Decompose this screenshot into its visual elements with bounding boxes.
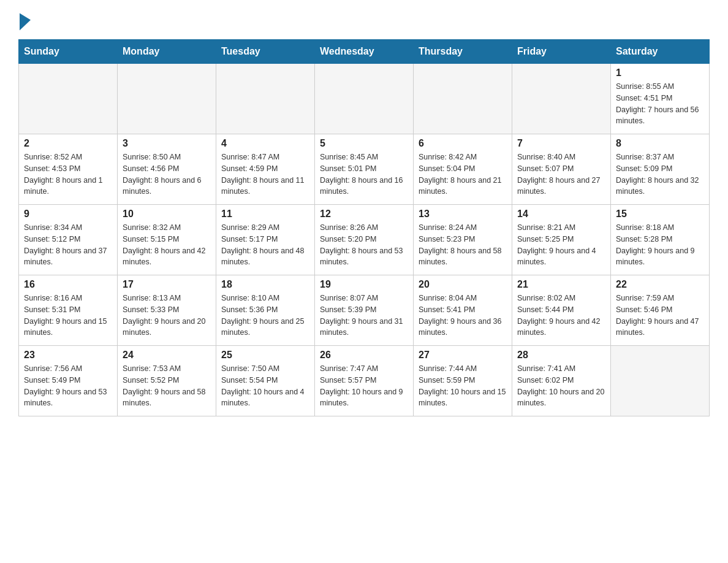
calendar-week-5: 23Sunrise: 7:56 AMSunset: 5:49 PMDayligh… [19,346,710,416]
day-info: Sunrise: 7:50 AMSunset: 5:54 PMDaylight:… [221,363,309,409]
calendar-cell: 2Sunrise: 8:52 AMSunset: 4:53 PMDaylight… [19,134,118,205]
day-number: 2 [24,138,112,149]
calendar-cell: 3Sunrise: 8:50 AMSunset: 4:56 PMDaylight… [118,134,216,205]
day-number: 9 [24,209,112,220]
day-info: Sunrise: 8:18 AMSunset: 5:28 PMDaylight:… [616,222,704,268]
day-info: Sunrise: 8:37 AMSunset: 5:09 PMDaylight:… [616,151,704,197]
page-header [18,12,710,29]
day-number: 7 [517,138,605,149]
day-number: 25 [221,350,309,361]
day-info: Sunrise: 8:40 AMSunset: 5:07 PMDaylight:… [517,151,605,197]
calendar-cell [611,346,710,416]
weekday-header-saturday: Saturday [611,40,710,64]
calendar-cell: 11Sunrise: 8:29 AMSunset: 5:17 PMDayligh… [216,205,315,275]
day-info: Sunrise: 8:47 AMSunset: 4:59 PMDaylight:… [221,151,309,197]
weekday-header-thursday: Thursday [414,40,512,64]
calendar-cell: 13Sunrise: 8:24 AMSunset: 5:23 PMDayligh… [414,205,512,275]
calendar-table: SundayMondayTuesdayWednesdayThursdayFrid… [18,39,710,416]
day-number: 14 [517,209,605,220]
calendar-cell: 24Sunrise: 7:53 AMSunset: 5:52 PMDayligh… [118,346,216,416]
calendar-cell [118,64,216,134]
day-info: Sunrise: 7:44 AMSunset: 5:59 PMDaylight:… [419,363,507,409]
calendar-week-1: 1Sunrise: 8:55 AMSunset: 4:51 PMDaylight… [19,64,710,134]
day-info: Sunrise: 8:34 AMSunset: 5:12 PMDaylight:… [24,222,112,268]
calendar-cell: 14Sunrise: 8:21 AMSunset: 5:25 PMDayligh… [512,205,611,275]
weekday-header-row: SundayMondayTuesdayWednesdayThursdayFrid… [19,40,710,64]
day-info: Sunrise: 8:16 AMSunset: 5:31 PMDaylight:… [24,293,112,339]
day-number: 1 [616,67,704,79]
calendar-cell: 16Sunrise: 8:16 AMSunset: 5:31 PMDayligh… [19,275,118,346]
day-number: 24 [123,350,211,361]
calendar-cell: 7Sunrise: 8:40 AMSunset: 5:07 PMDaylight… [512,134,611,205]
day-number: 18 [221,279,309,290]
day-number: 12 [320,209,408,220]
day-number: 27 [419,350,507,361]
day-number: 15 [616,209,704,220]
day-info: Sunrise: 8:42 AMSunset: 5:04 PMDaylight:… [419,151,507,197]
day-info: Sunrise: 8:04 AMSunset: 5:41 PMDaylight:… [419,293,507,339]
day-number: 5 [320,138,408,149]
day-number: 6 [419,138,507,149]
day-number: 11 [221,209,309,220]
day-info: Sunrise: 8:07 AMSunset: 5:39 PMDaylight:… [320,293,408,339]
day-number: 4 [221,138,309,149]
day-number: 20 [419,279,507,290]
calendar-cell: 6Sunrise: 8:42 AMSunset: 5:04 PMDaylight… [414,134,512,205]
day-number: 19 [320,279,408,290]
calendar-cell: 1Sunrise: 8:55 AMSunset: 4:51 PMDaylight… [611,64,710,134]
calendar-cell: 5Sunrise: 8:45 AMSunset: 5:01 PMDaylight… [315,134,414,205]
calendar-cell: 4Sunrise: 8:47 AMSunset: 4:59 PMDaylight… [216,134,315,205]
calendar-cell [512,64,611,134]
weekday-header-tuesday: Tuesday [216,40,315,64]
day-info: Sunrise: 8:21 AMSunset: 5:25 PMDaylight:… [517,222,605,268]
day-info: Sunrise: 8:26 AMSunset: 5:20 PMDaylight:… [320,222,408,268]
logo-arrow-icon [20,11,31,30]
day-info: Sunrise: 8:02 AMSunset: 5:44 PMDaylight:… [517,293,605,339]
calendar-cell [414,64,512,134]
calendar-cell: 17Sunrise: 8:13 AMSunset: 5:33 PMDayligh… [118,275,216,346]
calendar-cell [216,64,315,134]
calendar-cell [19,64,118,134]
calendar-cell: 18Sunrise: 8:10 AMSunset: 5:36 PMDayligh… [216,275,315,346]
day-number: 13 [419,209,507,220]
calendar-cell: 20Sunrise: 8:04 AMSunset: 5:41 PMDayligh… [414,275,512,346]
weekday-header-friday: Friday [512,40,611,64]
calendar-cell: 12Sunrise: 8:26 AMSunset: 5:20 PMDayligh… [315,205,414,275]
day-number: 21 [517,279,605,290]
day-number: 23 [24,350,112,361]
day-info: Sunrise: 8:10 AMSunset: 5:36 PMDaylight:… [221,293,309,339]
calendar-cell: 22Sunrise: 7:59 AMSunset: 5:46 PMDayligh… [611,275,710,346]
calendar-cell: 25Sunrise: 7:50 AMSunset: 5:54 PMDayligh… [216,346,315,416]
day-info: Sunrise: 7:47 AMSunset: 5:57 PMDaylight:… [320,363,408,409]
calendar-week-2: 2Sunrise: 8:52 AMSunset: 4:53 PMDaylight… [19,134,710,205]
day-info: Sunrise: 8:24 AMSunset: 5:23 PMDaylight:… [419,222,507,268]
calendar-cell: 8Sunrise: 8:37 AMSunset: 5:09 PMDaylight… [611,134,710,205]
calendar-week-3: 9Sunrise: 8:34 AMSunset: 5:12 PMDaylight… [19,205,710,275]
calendar-cell: 10Sunrise: 8:32 AMSunset: 5:15 PMDayligh… [118,205,216,275]
day-info: Sunrise: 8:50 AMSunset: 4:56 PMDaylight:… [123,151,211,197]
calendar-cell: 28Sunrise: 7:41 AMSunset: 6:02 PMDayligh… [512,346,611,416]
day-info: Sunrise: 8:45 AMSunset: 5:01 PMDaylight:… [320,151,408,197]
calendar-cell: 27Sunrise: 7:44 AMSunset: 5:59 PMDayligh… [414,346,512,416]
day-number: 28 [517,350,605,361]
weekday-header-wednesday: Wednesday [315,40,414,64]
calendar-cell: 15Sunrise: 8:18 AMSunset: 5:28 PMDayligh… [611,205,710,275]
day-number: 17 [123,279,211,290]
calendar-cell: 19Sunrise: 8:07 AMSunset: 5:39 PMDayligh… [315,275,414,346]
day-info: Sunrise: 8:52 AMSunset: 4:53 PMDaylight:… [24,151,112,197]
day-number: 26 [320,350,408,361]
day-info: Sunrise: 8:13 AMSunset: 5:33 PMDaylight:… [123,293,211,339]
day-info: Sunrise: 8:32 AMSunset: 5:15 PMDaylight:… [123,222,211,268]
day-number: 10 [123,209,211,220]
calendar-cell: 23Sunrise: 7:56 AMSunset: 5:49 PMDayligh… [19,346,118,416]
day-number: 16 [24,279,112,290]
day-number: 22 [616,279,704,290]
logo [18,12,37,29]
day-number: 3 [123,138,211,149]
calendar-cell [315,64,414,134]
day-info: Sunrise: 7:53 AMSunset: 5:52 PMDaylight:… [123,363,211,409]
calendar-cell: 26Sunrise: 7:47 AMSunset: 5:57 PMDayligh… [315,346,414,416]
weekday-header-sunday: Sunday [19,40,118,64]
calendar-cell: 21Sunrise: 8:02 AMSunset: 5:44 PMDayligh… [512,275,611,346]
day-info: Sunrise: 8:29 AMSunset: 5:17 PMDaylight:… [221,222,309,268]
